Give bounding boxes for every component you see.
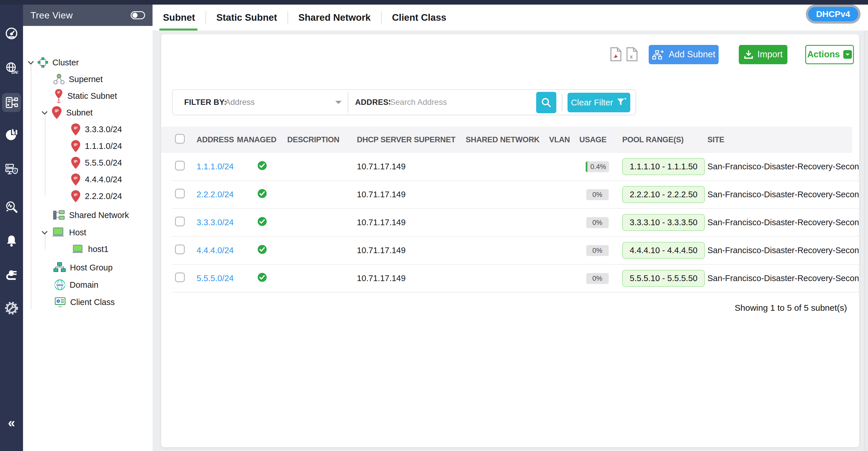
active-tab-underline: [159, 29, 197, 31]
col-header-supernet[interactable]: SUPERNET: [414, 136, 466, 144]
pool-range-chip: 1.1.1.10 - 1.1.1.50: [622, 158, 705, 175]
col-header-shared-network[interactable]: SHARED NETWORK: [466, 136, 549, 144]
tree-item-domain[interactable]: www Domain: [54, 276, 98, 293]
tree-item-static-subnet[interactable]: IP Static Subnet: [54, 88, 117, 104]
clear-filter-label: Clear Filter: [571, 98, 613, 108]
app-sidebar: DNS ! «: [0, 0, 23, 451]
tree-item-subnet-1111[interactable]: IP 1.1.1.0/24: [70, 138, 122, 154]
tab-client-class[interactable]: Client Class: [382, 5, 457, 31]
tree-item-host[interactable]: Host: [40, 224, 86, 241]
svg-text:IP: IP: [74, 192, 78, 197]
add-subnet-button[interactable]: Add Subnet: [649, 45, 719, 64]
select-all-checkbox[interactable]: [175, 134, 185, 144]
managed-check-icon: [257, 161, 267, 171]
tree-item-label: Client Class: [70, 298, 115, 307]
col-header-usage[interactable]: USAGE: [579, 136, 615, 144]
dhcp-server-cell: 10.71.17.149: [350, 246, 414, 255]
add-subnet-icon: [652, 49, 664, 60]
tree-item-supernet[interactable]: Supernet: [53, 71, 103, 88]
tab-label: Client Class: [392, 12, 446, 23]
tab-subnet[interactable]: Subnet: [153, 5, 206, 31]
tree-item-label: 5.5.5.0/24: [85, 158, 122, 168]
static-subnet-pin-icon: IP: [54, 89, 63, 103]
actions-button[interactable]: Actions: [805, 45, 854, 64]
notifications-icon[interactable]: [5, 234, 19, 248]
pool-range-chip: 3.3.3.10 - 3.3.3.50: [622, 214, 705, 231]
svg-text:IP: IP: [74, 126, 78, 130]
col-header-pool-ranges[interactable]: POOL RANGE(S): [615, 136, 696, 144]
row-checkbox[interactable]: [175, 272, 185, 282]
analytics-search-icon[interactable]: [5, 200, 19, 214]
protocol-badge[interactable]: DHCPv4: [806, 5, 861, 24]
chevron-down-icon[interactable]: [40, 111, 50, 115]
col-header-dhcp-server[interactable]: DHCP SERVER: [350, 136, 414, 144]
toolbar: x Add Subnet Import Actions: [610, 44, 854, 64]
tree-item-label: 2.2.2.0/24: [85, 191, 122, 201]
subnet-address-link[interactable]: 3.3.3.0/24: [189, 218, 234, 227]
usage-badge: 0.4%: [586, 161, 609, 172]
dhcp-icon[interactable]: [5, 96, 19, 110]
tree-body: Cluster Supernet IP Static Subnet IP Sub…: [23, 26, 153, 451]
tree-item-client-class[interactable]: Client Class: [54, 294, 115, 310]
row-checkbox[interactable]: [175, 161, 185, 171]
page-scrollbar[interactable]: [864, 5, 868, 451]
tree-item-cluster[interactable]: Cluster: [26, 54, 79, 71]
col-header-address[interactable]: ADDRESS: [189, 136, 237, 144]
site-cell: San-Francisco-Disaster-Recovery-Second: [696, 246, 859, 255]
server-alert-icon[interactable]: !: [5, 162, 19, 176]
search-button[interactable]: [536, 92, 556, 113]
tree-item-label: Shared Network: [69, 211, 129, 220]
settings-icon[interactable]: [5, 301, 19, 315]
reports-icon[interactable]: [5, 128, 19, 142]
dashboard-icon[interactable]: [5, 27, 19, 40]
search-address-input[interactable]: [390, 94, 525, 111]
ip-pin-icon: IP: [70, 156, 81, 169]
subnet-address-link[interactable]: 1.1.1.0/24: [189, 162, 234, 171]
pdf-export-icon[interactable]: [610, 47, 622, 62]
tab-static-subnet[interactable]: Static Subnet: [206, 5, 287, 31]
subnet-address-link[interactable]: 2.2.2.0/24: [189, 190, 234, 199]
tree-item-subnet-2222[interactable]: IP 2.2.2.0/24: [70, 188, 122, 205]
tab-shared-network[interactable]: Shared Network: [288, 5, 381, 31]
tree-item-subnet-4444[interactable]: IP 4.4.4.0/24: [70, 171, 122, 188]
clear-filter-button[interactable]: Clear Filter: [567, 93, 630, 112]
tree-item-shared-network[interactable]: Shared Network: [52, 207, 129, 223]
tree-item-subnet-3333[interactable]: IP 3.3.3.0/24: [70, 121, 122, 138]
excel-export-icon[interactable]: x: [626, 47, 638, 62]
collapse-sidebar-button[interactable]: «: [0, 416, 23, 430]
chevron-down-icon[interactable]: [26, 60, 36, 65]
tab-label: Shared Network: [299, 12, 371, 23]
svg-text:IP: IP: [74, 176, 78, 180]
row-checkbox[interactable]: [175, 189, 185, 199]
table-row: 4.4.4.0/24 10.71.17.149 0% 4.4.4.10 - 4.…: [172, 237, 859, 265]
subnet-address-link[interactable]: 4.4.4.0/24: [189, 246, 234, 255]
svg-text:www: www: [56, 283, 63, 287]
chevron-down-icon[interactable]: [40, 231, 50, 235]
dns-icon[interactable]: DNS: [5, 61, 19, 75]
col-header-managed[interactable]: MANAGED: [237, 136, 287, 144]
tree-item-label: 1.1.1.0/24: [85, 142, 122, 151]
row-checkbox[interactable]: [175, 244, 185, 254]
col-header-description[interactable]: DESCRIPTION: [287, 136, 350, 144]
clear-filter-funnel-icon: [617, 97, 627, 108]
col-header-site[interactable]: SITE: [696, 136, 852, 144]
filter-by-select[interactable]: Address: [225, 98, 255, 107]
tree-view-toggle[interactable]: [131, 11, 145, 19]
row-checkbox[interactable]: [175, 217, 185, 227]
tree-item-label: Domain: [70, 280, 98, 290]
table-row: 3.3.3.0/24 10.71.17.149 0% 3.3.3.10 - 3.…: [172, 209, 859, 237]
select-caret-icon[interactable]: [335, 101, 342, 107]
ip-pin-icon: IP: [70, 123, 81, 136]
integrations-icon[interactable]: [5, 268, 19, 281]
col-header-vlan[interactable]: VLAN: [549, 136, 579, 144]
tree-item-subnet-5555[interactable]: IP 5.5.5.0/24: [70, 154, 122, 171]
subnet-address-link[interactable]: 5.5.5.0/24: [189, 274, 234, 283]
managed-check-icon: [257, 272, 267, 282]
tree-item-host-group[interactable]: Host Group: [53, 259, 113, 276]
site-cell: San-Francisco-Disaster-Recovery-Second: [696, 274, 859, 283]
tree-item-host1[interactable]: host1: [71, 241, 108, 258]
dhcp-server-cell: 10.71.17.149: [350, 218, 414, 227]
search-icon: [541, 97, 551, 108]
import-button[interactable]: Import: [739, 45, 787, 64]
tree-item-subnet[interactable]: IP Subnet: [40, 104, 93, 121]
